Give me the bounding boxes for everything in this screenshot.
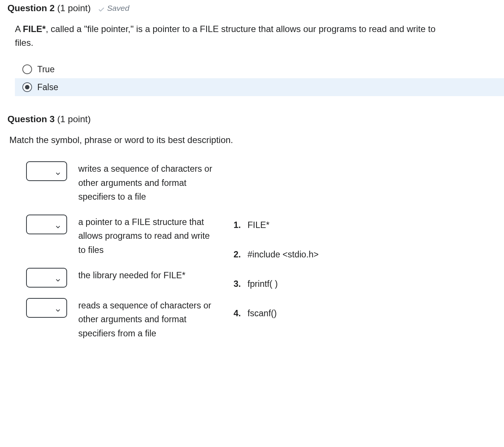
match-area: writes a sequence of characters or other… [0, 150, 504, 351]
match-row-1: writes a sequence of characters or other… [26, 161, 216, 204]
match-desc-2: a pointer to a FILE structure that allow… [78, 215, 216, 257]
match-left-column: writes a sequence of characters or other… [26, 161, 216, 351]
question-3-header: Question 3 (1 point) [0, 111, 504, 129]
radio-icon [22, 64, 32, 74]
question-3-number: Question 3 [7, 114, 55, 124]
chevron-down-icon [55, 305, 61, 311]
match-desc-1: writes a sequence of characters or other… [78, 161, 216, 204]
chevron-down-icon [55, 221, 61, 228]
match-right-column: FILE* #include <stdio.h> fprintf( ) fsca… [231, 161, 319, 337]
answer-4: fscanf() [231, 307, 319, 320]
option-true-label: True [37, 63, 54, 75]
answer-2-text: #include <stdio.h> [248, 248, 319, 261]
match-row-4: reads a sequence of characters or other … [26, 298, 216, 341]
question-2: Question 2 (1 point) Saved A FILE*, call… [0, 0, 504, 96]
prompt-prefix: A [15, 24, 23, 34]
answer-4-text: fscanf() [248, 307, 277, 320]
option-false-label: False [37, 81, 58, 93]
match-select-1[interactable] [26, 161, 67, 181]
answer-2: #include <stdio.h> [231, 248, 319, 261]
option-true[interactable]: True [15, 60, 504, 78]
saved-indicator: Saved [98, 3, 129, 13]
question-3-points: (1 point) [57, 114, 91, 124]
match-select-3[interactable] [26, 268, 67, 288]
question-2-title: Question 2 (1 point) [7, 2, 91, 15]
question-2-options: True False [0, 54, 504, 96]
question-2-number: Question 2 [7, 3, 55, 13]
radio-icon [22, 82, 32, 92]
chevron-down-icon [55, 275, 61, 281]
answer-1-text: FILE* [248, 219, 270, 231]
answer-3: fprintf( ) [231, 278, 319, 290]
chevron-down-icon [55, 168, 61, 174]
check-icon [98, 5, 105, 12]
match-select-4[interactable] [26, 298, 67, 318]
question-3: Question 3 (1 point) Match the symbol, p… [0, 111, 504, 351]
answers-list: FILE* #include <stdio.h> fprintf( ) fsca… [231, 219, 319, 320]
prompt-rest: , called a "file pointer," is a pointer … [15, 24, 435, 48]
answer-1: FILE* [231, 219, 319, 231]
match-row-3: the library needed for FILE* [26, 268, 216, 288]
question-3-title: Question 3 (1 point) [7, 113, 91, 126]
question-3-prompt: Match the symbol, phrase or word to its … [0, 129, 504, 150]
question-2-points: (1 point) [57, 3, 91, 13]
saved-label: Saved [107, 3, 129, 13]
option-false[interactable]: False [15, 78, 504, 96]
match-row-2: a pointer to a FILE structure that allow… [26, 215, 216, 257]
match-desc-4: reads a sequence of characters or other … [78, 298, 216, 341]
question-2-prompt: A FILE*, called a "file pointer," is a p… [0, 18, 504, 53]
prompt-bold: FILE* [23, 24, 45, 34]
question-2-header: Question 2 (1 point) Saved [0, 0, 504, 18]
match-desc-3: the library needed for FILE* [78, 268, 185, 283]
answer-3-text: fprintf( ) [248, 278, 278, 290]
match-select-2[interactable] [26, 215, 67, 234]
